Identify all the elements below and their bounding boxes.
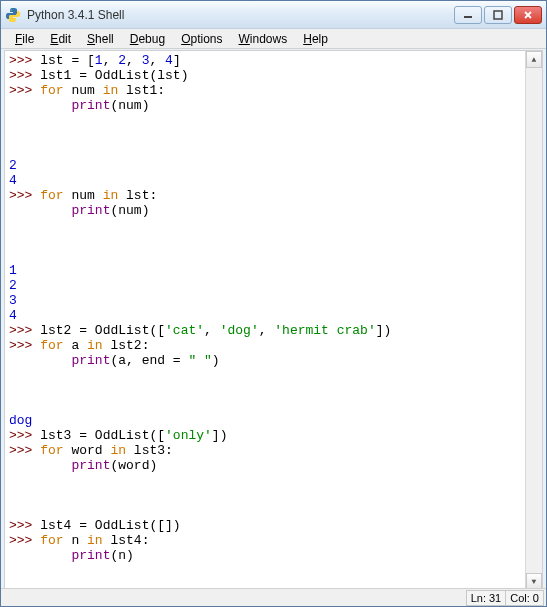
output: 2: [9, 158, 17, 173]
output: 4: [9, 308, 17, 323]
status-col: Col: 0: [505, 590, 544, 606]
window-title: Python 3.4.1 Shell: [27, 8, 454, 22]
scroll-track[interactable]: [526, 68, 542, 573]
menu-help[interactable]: Help: [295, 31, 336, 47]
svg-rect-0: [464, 16, 472, 18]
blank: [9, 488, 521, 503]
prompt: >>>: [9, 53, 40, 68]
output: dog: [9, 413, 32, 428]
close-button[interactable]: [514, 6, 542, 24]
output: 2: [9, 278, 17, 293]
titlebar[interactable]: Python 3.4.1 Shell: [1, 1, 546, 29]
statusbar: Ln: 31 Col: 0: [1, 588, 546, 606]
output: 3: [9, 293, 17, 308]
output: 1: [9, 263, 17, 278]
blank: [9, 128, 521, 143]
shell-editor[interactable]: >>> lst = [1, 2, 3, 4] >>> lst1 = OddLis…: [5, 51, 525, 590]
maximize-button[interactable]: [484, 6, 512, 24]
vertical-scrollbar[interactable]: ▲ ▼: [525, 51, 542, 590]
blank: [9, 383, 521, 398]
menu-windows[interactable]: Windows: [231, 31, 296, 47]
blank: [9, 233, 521, 248]
svg-rect-1: [494, 11, 502, 19]
content-area: >>> lst = [1, 2, 3, 4] >>> lst1 = OddLis…: [4, 50, 543, 591]
minimize-button[interactable]: [454, 6, 482, 24]
output: 4: [9, 173, 17, 188]
menu-edit[interactable]: Edit: [42, 31, 79, 47]
menu-shell[interactable]: Shell: [79, 31, 122, 47]
status-line: Ln: 31: [466, 590, 507, 606]
menubar: File Edit Shell Debug Options Windows He…: [1, 29, 546, 49]
menu-file[interactable]: File: [7, 31, 42, 47]
window-controls: [454, 6, 542, 24]
menu-options[interactable]: Options: [173, 31, 230, 47]
menu-debug[interactable]: Debug: [122, 31, 173, 47]
scroll-up-button[interactable]: ▲: [526, 51, 542, 68]
python-icon: [5, 7, 21, 23]
